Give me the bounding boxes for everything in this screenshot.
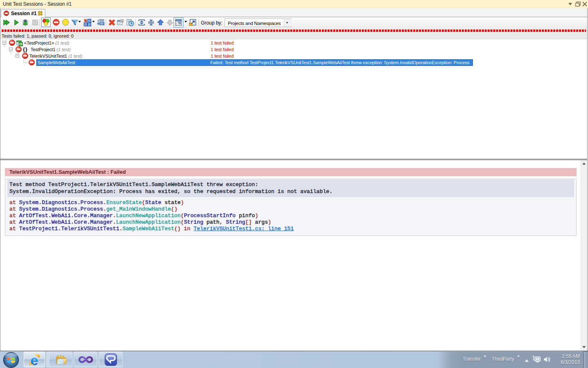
svg-text:[1: [1 [88,19,91,22]
svg-text:[1: [1 [85,23,87,26]
svg-text:[0: [0 [88,23,91,26]
svg-text:C#: C# [19,43,23,45]
